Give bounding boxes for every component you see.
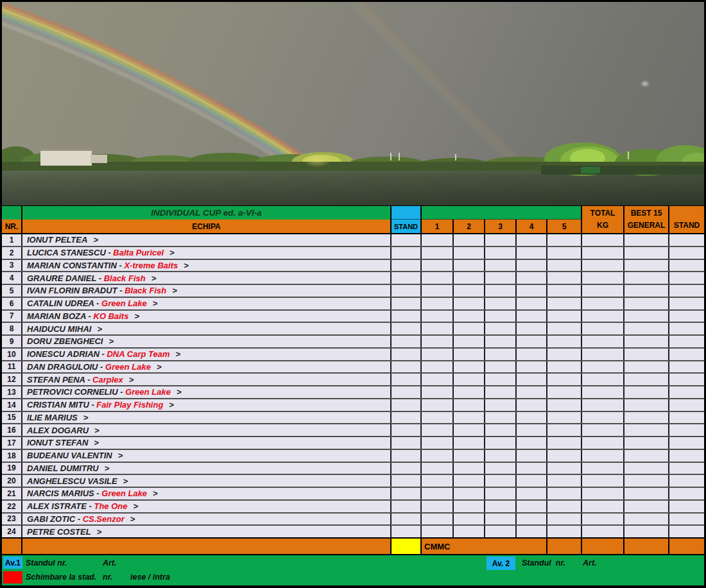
day-2-cell[interactable]	[454, 475, 485, 487]
total-kg-cell[interactable]	[582, 361, 624, 373]
stand-final-cell[interactable]	[669, 272, 704, 284]
best15-general-header[interactable]: BEST 15 GENERAL	[624, 206, 669, 233]
day-2-cell[interactable]	[454, 437, 485, 449]
day-5-cell[interactable]	[547, 374, 582, 385]
general-cell[interactable]	[624, 412, 669, 424]
total-kg-cell[interactable]	[582, 349, 624, 360]
day-1-cell[interactable]	[422, 501, 454, 512]
stand-final-cell[interactable]	[669, 399, 704, 411]
general-cell[interactable]	[624, 424, 669, 436]
summary-stand-cell[interactable]	[669, 539, 704, 554]
general-cell[interactable]	[624, 285, 669, 297]
day-5-cell[interactable]	[547, 285, 582, 297]
stand-final-cell[interactable]	[669, 361, 704, 373]
general-cell[interactable]	[624, 311, 669, 322]
day-1-cell[interactable]	[422, 514, 454, 525]
day-2-cell[interactable]	[454, 349, 485, 360]
total-kg-cell[interactable]	[582, 285, 624, 297]
day-4-cell[interactable]	[517, 399, 547, 411]
stand-final-cell[interactable]	[669, 349, 704, 360]
stand-final-cell[interactable]	[669, 311, 704, 322]
summary-name-cell[interactable]	[22, 539, 392, 554]
day-1-cell[interactable]	[422, 234, 454, 246]
day-5-cell[interactable]	[547, 386, 582, 398]
row-number-cell[interactable]: 12	[2, 374, 22, 385]
day-5-cell[interactable]	[547, 488, 582, 499]
total-kg-cell[interactable]	[582, 247, 624, 259]
competitor-name-cell[interactable]: LUCICA STANESCU - Balta Puricel>	[22, 247, 392, 259]
day-5-cell[interactable]	[547, 361, 582, 373]
row-number-cell[interactable]: 11	[2, 361, 22, 373]
day-4-cell[interactable]	[517, 514, 547, 525]
row-number-cell[interactable]: 16	[2, 424, 22, 436]
day-2-cell[interactable]	[454, 336, 485, 347]
day-2-cell[interactable]	[454, 488, 485, 499]
av1-badge[interactable]: Av.1	[3, 557, 22, 569]
day-3-cell[interactable]	[485, 311, 517, 322]
day-5-cell[interactable]	[547, 323, 582, 334]
total-kg-cell[interactable]	[582, 501, 624, 512]
stand-final-cell[interactable]	[669, 323, 704, 334]
stand-cell[interactable]	[392, 374, 422, 385]
row-number-cell[interactable]: 1	[2, 234, 22, 246]
competitor-name-cell[interactable]: CRISTIAN MITU - Fair Play Fishing>	[22, 399, 392, 411]
day-5-cell[interactable]	[547, 399, 582, 411]
day-4-cell[interactable]	[517, 374, 547, 385]
day-4-cell[interactable]	[517, 463, 547, 474]
day-3-cell[interactable]	[485, 412, 517, 424]
stand-final-cell[interactable]	[669, 450, 704, 462]
stand-final-cell[interactable]	[669, 475, 704, 487]
summary-general-cell[interactable]	[624, 539, 669, 554]
general-cell[interactable]	[624, 336, 669, 347]
stand-cell[interactable]	[392, 260, 422, 272]
general-cell[interactable]	[624, 514, 669, 525]
day-3-cell[interactable]	[485, 424, 517, 436]
day-4-cell[interactable]	[517, 501, 547, 512]
total-kg-cell[interactable]	[582, 488, 624, 499]
header-col-nr[interactable]: NR.	[2, 206, 22, 233]
general-cell[interactable]	[624, 526, 669, 537]
row-number-cell[interactable]: 10	[2, 349, 22, 360]
day-4-cell[interactable]	[517, 349, 547, 360]
day-3-cell[interactable]	[485, 374, 517, 385]
day-1-cell[interactable]	[422, 349, 454, 360]
stand-cell[interactable]	[392, 247, 422, 259]
day-5-cell[interactable]	[547, 437, 582, 449]
day-1-cell[interactable]	[422, 475, 454, 487]
day-3-cell[interactable]	[485, 298, 517, 309]
day-3-cell[interactable]	[485, 323, 517, 334]
yellow-stand-cell[interactable]	[392, 539, 422, 554]
summary-kg-cell[interactable]	[582, 539, 624, 554]
stand-final-cell[interactable]	[669, 386, 704, 398]
day-2-cell[interactable]	[454, 424, 485, 436]
day-1-cell[interactable]	[422, 386, 454, 398]
row-number-cell[interactable]: 2	[2, 247, 22, 259]
total-kg-cell[interactable]	[582, 399, 624, 411]
day-5-cell[interactable]	[547, 247, 582, 259]
row-number-cell[interactable]: 15	[2, 412, 22, 424]
competitor-name-cell[interactable]: MARIAN CONSTANTIN - X-treme Baits>	[22, 260, 392, 272]
day-2-cell[interactable]	[454, 463, 485, 474]
general-cell[interactable]	[624, 349, 669, 360]
stand-cell[interactable]	[392, 336, 422, 347]
day-5-cell[interactable]	[547, 234, 582, 246]
day-4-cell[interactable]	[517, 526, 547, 537]
competitor-name-cell[interactable]: DANIEL DUMITRU>	[22, 463, 392, 474]
row-number-cell[interactable]: 13	[2, 386, 22, 398]
stand-final-cell[interactable]	[669, 260, 704, 272]
day-4-cell[interactable]	[517, 247, 547, 259]
red-cell[interactable]	[3, 571, 22, 584]
day-3-cell[interactable]	[485, 501, 517, 512]
day-1-cell[interactable]	[422, 526, 454, 537]
competitor-name-cell[interactable]: CATALIN UDREA - Green Lake>	[22, 298, 392, 309]
day-5-cell[interactable]	[547, 272, 582, 284]
day-1-cell[interactable]	[422, 260, 454, 272]
general-cell[interactable]	[624, 247, 669, 259]
general-cell[interactable]	[624, 501, 669, 512]
competitor-name-cell[interactable]: ALEX ISTRATE - The One>	[22, 501, 392, 512]
day-4-cell[interactable]	[517, 450, 547, 462]
row-number-cell[interactable]: 17	[2, 437, 22, 449]
stand-final-cell[interactable]	[669, 234, 704, 246]
day-2-cell[interactable]	[454, 323, 485, 334]
stand-final-cell[interactable]	[669, 488, 704, 499]
